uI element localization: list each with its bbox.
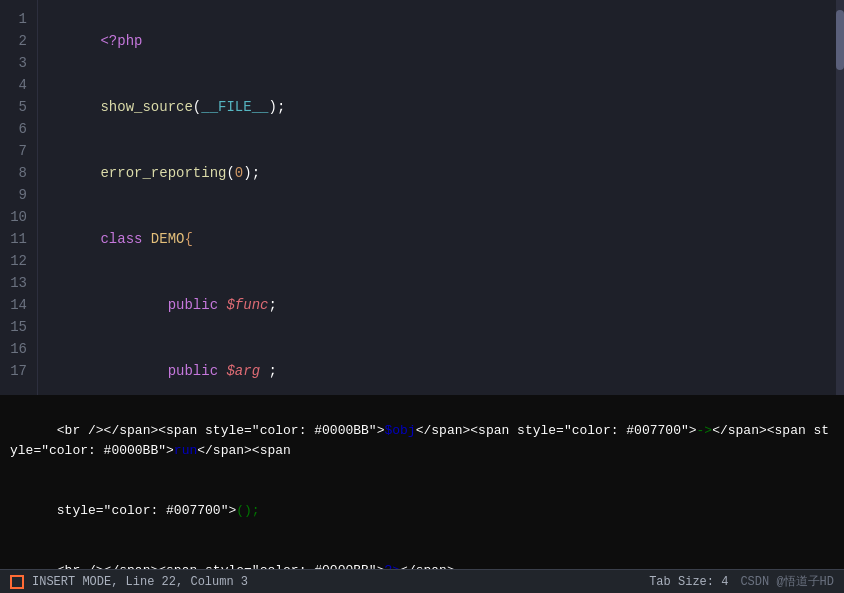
status-right: Tab Size: 4 CSDN @悟道子HD xyxy=(649,573,834,590)
status-mode: INSERT MODE, Line 22, Column 3 xyxy=(32,575,248,589)
line-numbers: 1 2 3 4 5 6 7 8 9 10 11 12 13 14 15 16 1… xyxy=(0,0,38,395)
code-line-1: <?php xyxy=(50,8,824,74)
terminal-line-3: <br /></span><span style="color: #0000BB… xyxy=(10,541,834,569)
code-line-3: error_reporting(0); xyxy=(50,140,824,206)
terminal-line-1: <br /></span><span style="color: #0000BB… xyxy=(10,401,834,481)
code-line-2: show_source(__FILE__); xyxy=(50,74,824,140)
editor-scrollbar[interactable] xyxy=(836,0,844,395)
code-lines[interactable]: <?php show_source(__FILE__); error_repor… xyxy=(38,0,836,395)
code-line-5: public $func; xyxy=(50,272,824,338)
status-indicator xyxy=(10,575,24,589)
terminal-line-2: style="color: #007700">(); xyxy=(10,481,834,541)
status-bar: INSERT MODE, Line 22, Column 3 Tab Size:… xyxy=(0,569,844,593)
scrollbar-thumb[interactable] xyxy=(836,10,844,70)
watermark: CSDN @悟道子HD xyxy=(740,573,834,590)
tab-size: Tab Size: 4 xyxy=(649,575,728,589)
code-line-4: class DEMO{ xyxy=(50,206,824,272)
terminal-output: <br /></span><span style="color: #0000BB… xyxy=(0,395,844,569)
terminal-lines: <br /></span><span style="color: #0000BB… xyxy=(0,395,844,569)
status-left: INSERT MODE, Line 22, Column 3 xyxy=(10,575,248,589)
code-line-6: public $arg ; xyxy=(50,338,824,395)
code-editor[interactable]: 1 2 3 4 5 6 7 8 9 10 11 12 13 14 15 16 1… xyxy=(0,0,844,395)
